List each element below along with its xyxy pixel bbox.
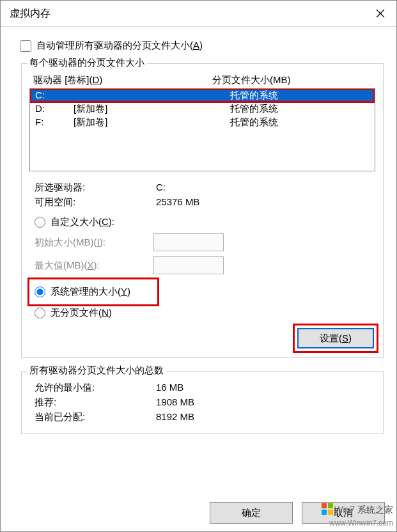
custom-size-label: 自定义大小(C): [51,216,114,228]
title-bar: 虚拟内存 [1,1,396,27]
system-managed-radio[interactable]: 系统管理的大小(Y) [29,283,155,301]
max-size-row: 最大值(MB)(X): [29,254,375,277]
max-size-label: 最大值(MB)(X): [35,260,148,272]
per-drive-group: 每个驱动器的分页文件大小 驱动器 [卷标](D) 分页文件大小(MB) C: 托… [21,63,384,358]
no-paging-file-input[interactable] [35,308,45,318]
totals-group: 所有驱动器分页文件大小的总数 允许的最小值: 16 MB 推荐: 1908 MB… [21,371,384,434]
totals-row: 推荐: 1908 MB [29,395,375,410]
set-button[interactable]: 设置(S) [297,328,374,348]
system-managed-highlight: 系统管理的大小(Y) [29,279,157,304]
no-paging-file-label: 无分页文件(N) [51,307,112,319]
content-area: 自动管理所有驱动器的分页文件大小(A) 每个驱动器的分页文件大小 驱动器 [卷标… [1,27,396,499]
initial-size-label: 初始大小(MB)(I): [35,237,148,249]
close-icon [376,9,385,18]
set-button-highlight: 设置(S) [295,325,377,351]
list-header: 驱动器 [卷标](D) 分页文件大小(MB) [29,73,375,88]
custom-size-radio[interactable]: 自定义大小(C): [29,214,375,231]
totals-group-title: 所有驱动器分页文件大小的总数 [27,364,166,377]
custom-size-input[interactable] [35,217,45,228]
initial-size-input [153,233,224,251]
list-row[interactable]: F: [新加卷] 托管的系统 [30,116,375,129]
header-drive: 驱动器 [卷标](D) [33,74,212,86]
window-title: 虚拟内存 [10,7,51,20]
ok-button[interactable]: 确定 [210,502,293,524]
auto-manage-label: 自动管理所有驱动器的分页文件大小(A) [36,40,203,52]
action-row: 确定 取消 [1,499,396,531]
drive-listbox[interactable]: C: 托管的系统 D: [新加卷] 托管的系统 F: [新加卷] 托管的系统 [29,88,375,171]
selected-drive-row: 所选驱动器: C: [29,180,375,195]
free-space-row: 可用空间: 25376 MB [29,195,375,210]
system-managed-input[interactable] [35,286,45,297]
totals-row: 当前已分配: 8192 MB [29,410,375,425]
no-paging-file-radio[interactable]: 无分页文件(N) [29,304,375,322]
per-drive-group-title: 每个驱动器的分页文件大小 [27,57,147,69]
list-row[interactable]: C: 托管的系统 [30,89,375,102]
auto-manage-checkbox[interactable]: 自动管理所有驱动器的分页文件大小(A) [20,40,385,52]
header-pagefile: 分页文件大小(MB) [212,74,371,86]
auto-manage-input[interactable] [20,40,31,52]
list-row[interactable]: D: [新加卷] 托管的系统 [30,102,375,116]
max-size-input [153,256,224,274]
window: 虚拟内存 自动管理所有驱动器的分页文件大小(A) 每个驱动器的分页文件大小 驱动… [0,0,397,532]
cancel-button[interactable]: 取消 [302,502,385,524]
totals-row: 允许的最小值: 16 MB [29,380,375,395]
close-button[interactable] [371,6,390,21]
initial-size-row: 初始大小(MB)(I): [29,231,375,254]
system-managed-label: 系统管理的大小(Y) [51,286,130,298]
